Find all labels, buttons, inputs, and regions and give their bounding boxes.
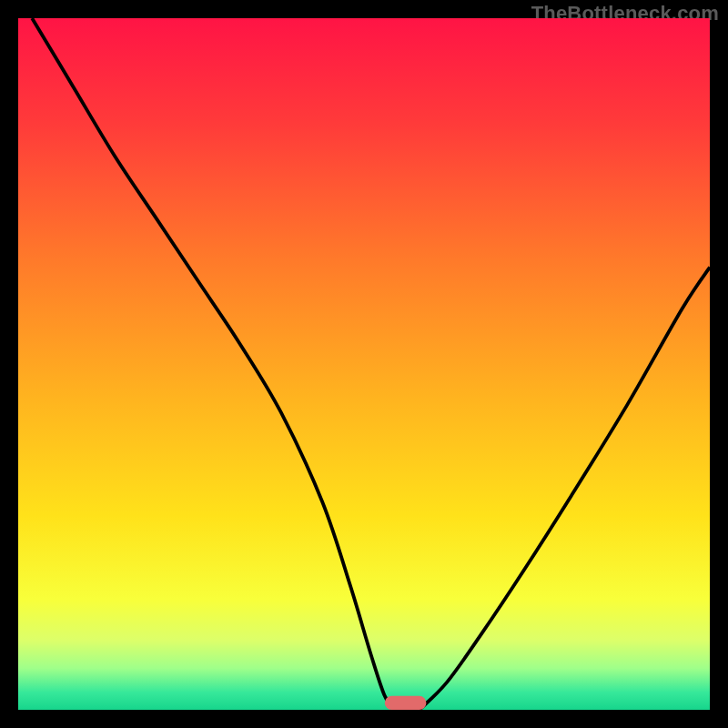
bottleneck-plot: [18, 18, 710, 710]
gradient-background: [18, 18, 710, 710]
bottleneck-marker: [385, 696, 427, 710]
chart-frame: TheBottleneck.com: [0, 0, 728, 728]
